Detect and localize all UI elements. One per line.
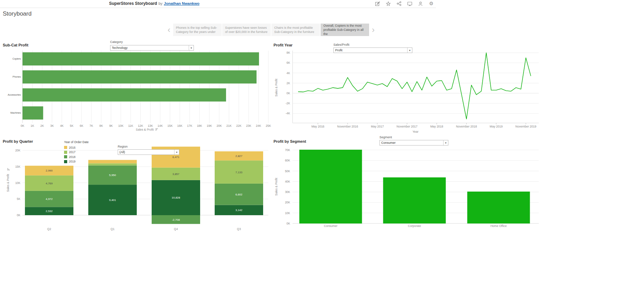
story-caption-2[interactable]: Superstores have seen losses of over $20… — [222, 24, 271, 36]
story-next-button[interactable]: › — [370, 24, 377, 36]
legend-title: Year of Order Date — [64, 140, 89, 144]
x-axis-title: Year — [412, 130, 418, 133]
bar-consumer[interactable] — [299, 150, 362, 223]
x-tick-label: November 2019 — [516, 125, 537, 128]
x-tick-label: 20K — [216, 124, 222, 128]
x-tick-label: May 2016 — [312, 125, 325, 128]
x-tick-label: November 2016 — [337, 125, 358, 128]
segment-value-label: 2,990 — [46, 169, 53, 172]
x-tick-label: 4K — [60, 124, 64, 128]
segment-q1-2016[interactable] — [88, 160, 137, 164]
story-caption-4[interactable]: Overall, Copiers is the most profitable … — [321, 24, 369, 36]
legend-label: 2017 — [69, 150, 75, 154]
y-tick-label: 70K — [285, 148, 290, 152]
x-category-label: Q3 — [237, 227, 241, 231]
x-tick-label: 23K — [246, 124, 251, 128]
bar-corporate[interactable] — [383, 177, 446, 223]
y-tick-label: 8K — [287, 51, 290, 54]
category-dropdown-value: Technology — [110, 46, 189, 50]
workbook-name: SuperStores Storyboard — [109, 1, 157, 6]
x-category-label: Q2 — [47, 227, 51, 231]
segment-q1-2017[interactable] — [88, 163, 137, 165]
segment-value-label: 4,769 — [46, 182, 53, 185]
y-tick-label: 20K — [285, 201, 290, 204]
legend-label: 2018 — [69, 155, 75, 159]
x-tick-label: May 2017 — [371, 125, 384, 128]
chevron-down-icon: ▼ — [407, 48, 412, 53]
legend-swatch-2017 — [64, 151, 67, 154]
x-tick-label: November 2018 — [456, 125, 477, 128]
category-dropdown[interactable]: Technology ▼ — [110, 45, 194, 51]
favorite-star-icon[interactable] — [386, 1, 391, 6]
segment-value-label: 2,827 — [235, 155, 243, 158]
y-category-label: Phones — [12, 76, 21, 78]
region-dropdown-value: (All) — [118, 150, 174, 154]
segment-value-label: 2,532 — [46, 210, 53, 213]
x-tick-label: 14K — [158, 124, 163, 128]
y-axis-title: Sales & Profit — [6, 174, 10, 192]
sort-icon[interactable] — [8, 168, 9, 170]
story-navigation: ‹ Phones is the top selling Sub-Category… — [166, 24, 377, 36]
y-tick-label: 0K — [17, 213, 21, 217]
bar-machines[interactable] — [23, 106, 43, 120]
story-caption-3[interactable]: Chairs is the most profitable Sub-Catego… — [271, 24, 320, 36]
legend-item-2016[interactable]: 2016 — [64, 145, 89, 150]
y-tick-label: 0K — [287, 91, 290, 95]
x-tick-label: 10K — [118, 124, 123, 128]
y-tick-label: 6K — [287, 61, 290, 64]
share-icon[interactable] — [396, 1, 402, 6]
x-tick-label: May 2019 — [490, 125, 503, 128]
category-filter-label: Category — [110, 40, 123, 44]
region-dropdown[interactable]: (All) ▼ — [118, 149, 179, 155]
segment-value-label: 6,471 — [172, 156, 180, 159]
y-tick-label: 30K — [285, 190, 290, 194]
chart-title-profit-year: Profit Year — [274, 43, 293, 47]
segment-dropdown-value: Consumer — [380, 141, 443, 144]
settings-gear-icon[interactable]: ⚙ — [429, 1, 434, 6]
x-tick-label: 1K — [30, 124, 34, 128]
legend-label: 2016 — [69, 146, 75, 149]
x-tick-label: 18K — [197, 124, 202, 128]
byline: by — [159, 1, 163, 6]
segment-dropdown[interactable]: Consumer ▼ — [379, 140, 448, 146]
x-tick-label: 19K — [207, 124, 212, 128]
segment-value-label: 5,950 — [109, 174, 116, 177]
x-axis-title: Sales & Profit — [136, 128, 154, 131]
measure-dropdown[interactable]: Profit ▼ — [333, 47, 412, 53]
x-tick-label: 2K — [41, 124, 44, 128]
legend-swatch-2018 — [64, 155, 67, 158]
legend-swatch-2019 — [64, 160, 67, 163]
legend-item-2019[interactable]: 2019 — [64, 159, 89, 164]
chart-title-profit-segment: Profit by Segment — [274, 139, 306, 143]
legend-item-2017[interactable]: 2017 — [64, 150, 89, 155]
story-caption-1[interactable]: Phones is the top selling Sub-Category f… — [173, 24, 222, 36]
x-tick-label: 7K — [90, 124, 93, 128]
x-tick-label: 0K — [21, 124, 25, 128]
region-filter-label: Region — [118, 145, 128, 148]
profit-line[interactable] — [298, 53, 531, 119]
profile-user-icon[interactable] — [418, 1, 423, 6]
bar-home-office[interactable] — [467, 192, 530, 223]
x-tick-label: 17K — [187, 124, 192, 128]
x-tick-label: 12K — [138, 124, 143, 128]
y-tick-label: 60K — [285, 159, 290, 162]
x-tick-label: November 2017 — [396, 125, 418, 128]
header-toolbar: ⚙ — [375, 1, 434, 6]
bar-phones[interactable] — [23, 70, 257, 84]
story-prev-button[interactable]: ‹ — [166, 24, 172, 36]
bar-accessories[interactable] — [23, 88, 226, 102]
legend-item-2018[interactable]: 2018 — [64, 155, 89, 159]
y-category-label: Accessories — [8, 94, 21, 96]
y-category-label: Copiers — [12, 58, 21, 60]
segment-value-label: 4,972 — [46, 197, 53, 201]
bar-copiers[interactable] — [23, 52, 259, 65]
edit-icon[interactable] — [375, 1, 380, 6]
author-link[interactable]: Jonathan Nwankwo — [164, 1, 199, 6]
x-tick-label: 21K — [226, 124, 232, 128]
y-tick-label: 2K — [287, 81, 290, 85]
x-category-label: Consumer — [324, 224, 337, 228]
chevron-down-icon: ▼ — [443, 140, 448, 145]
sort-icon[interactable] — [155, 129, 158, 130]
page-title: Storyboard — [3, 10, 32, 17]
display-icon[interactable] — [407, 1, 412, 6]
